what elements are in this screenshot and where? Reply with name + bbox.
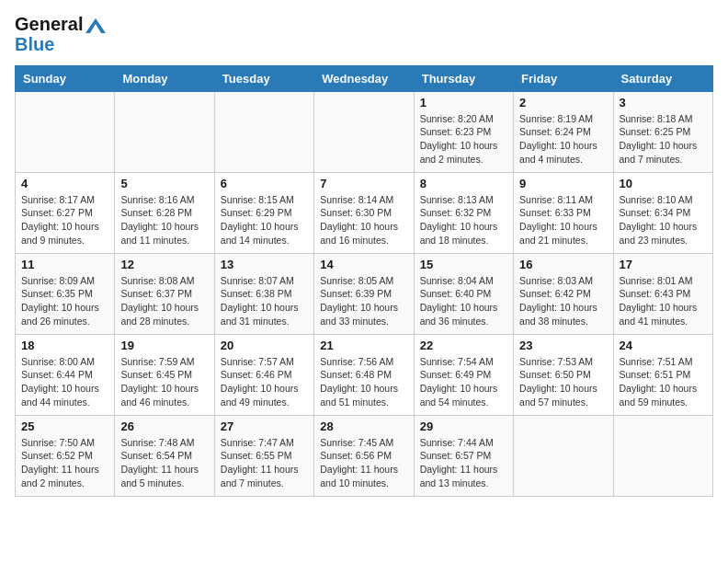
day-number: 24	[620, 339, 707, 352]
calendar-cell	[115, 91, 214, 172]
header-day-monday: Monday	[115, 65, 214, 91]
day-info: Sunrise: 8:04 AMSunset: 6:40 PMDaylight:…	[420, 274, 507, 328]
calendar-cell: 14Sunrise: 8:05 AMSunset: 6:39 PMDayligh…	[314, 253, 414, 334]
calendar-cell: 25Sunrise: 7:50 AMSunset: 6:52 PMDayligh…	[16, 415, 115, 496]
week-row-1: 1Sunrise: 8:20 AMSunset: 6:23 PMDaylight…	[16, 91, 713, 172]
header-row: SundayMondayTuesdayWednesdayThursdayFrid…	[16, 65, 713, 91]
logo: General Blue	[15, 15, 108, 54]
calendar-cell	[314, 91, 414, 172]
day-number: 20	[221, 339, 308, 352]
day-number: 23	[519, 339, 607, 352]
day-number: 22	[420, 339, 507, 352]
day-info: Sunrise: 8:07 AMSunset: 6:38 PMDaylight:…	[221, 274, 308, 328]
calendar-cell: 6Sunrise: 8:15 AMSunset: 6:29 PMDaylight…	[214, 172, 313, 253]
calendar-cell: 29Sunrise: 7:44 AMSunset: 6:57 PMDayligh…	[414, 415, 513, 496]
day-number: 4	[21, 177, 108, 190]
day-number: 2	[519, 96, 607, 109]
day-number: 13	[221, 258, 308, 271]
calendar-cell: 27Sunrise: 7:47 AMSunset: 6:55 PMDayligh…	[214, 415, 313, 496]
day-info: Sunrise: 7:48 AMSunset: 6:54 PMDaylight:…	[120, 436, 208, 490]
day-number: 21	[320, 339, 407, 352]
calendar-cell: 4Sunrise: 8:17 AMSunset: 6:27 PMDaylight…	[16, 172, 115, 253]
day-number: 25	[21, 419, 108, 433]
calendar-cell: 21Sunrise: 7:56 AMSunset: 6:48 PMDayligh…	[314, 334, 414, 415]
calendar-cell	[613, 415, 712, 496]
calendar-cell	[214, 91, 313, 172]
calendar-cell: 16Sunrise: 8:03 AMSunset: 6:42 PMDayligh…	[514, 253, 613, 334]
day-number: 27	[221, 419, 308, 433]
header-day-sunday: Sunday	[16, 65, 115, 91]
logo-text: General	[15, 15, 108, 35]
logo-icon	[84, 17, 108, 35]
calendar-cell: 3Sunrise: 8:18 AMSunset: 6:25 PMDaylight…	[613, 91, 712, 172]
day-info: Sunrise: 8:03 AMSunset: 6:42 PMDaylight:…	[519, 274, 607, 328]
day-info: Sunrise: 7:54 AMSunset: 6:49 PMDaylight:…	[420, 355, 507, 409]
calendar-cell: 1Sunrise: 8:20 AMSunset: 6:23 PMDaylight…	[414, 91, 513, 172]
week-row-5: 25Sunrise: 7:50 AMSunset: 6:52 PMDayligh…	[16, 415, 713, 496]
calendar-cell: 5Sunrise: 8:16 AMSunset: 6:28 PMDaylight…	[115, 172, 214, 253]
day-number: 18	[21, 339, 108, 352]
day-info: Sunrise: 7:50 AMSunset: 6:52 PMDaylight:…	[21, 436, 108, 490]
calendar-cell	[16, 91, 115, 172]
calendar-cell: 28Sunrise: 7:45 AMSunset: 6:56 PMDayligh…	[314, 415, 414, 496]
calendar-table: SundayMondayTuesdayWednesdayThursdayFrid…	[15, 65, 713, 497]
calendar-cell: 20Sunrise: 7:57 AMSunset: 6:46 PMDayligh…	[214, 334, 313, 415]
day-info: Sunrise: 7:53 AMSunset: 6:50 PMDaylight:…	[519, 355, 607, 409]
calendar-cell: 7Sunrise: 8:14 AMSunset: 6:30 PMDaylight…	[314, 172, 414, 253]
calendar-cell: 23Sunrise: 7:53 AMSunset: 6:50 PMDayligh…	[514, 334, 613, 415]
calendar-cell: 15Sunrise: 8:04 AMSunset: 6:40 PMDayligh…	[414, 253, 513, 334]
day-info: Sunrise: 8:20 AMSunset: 6:23 PMDaylight:…	[420, 112, 507, 167]
day-number: 19	[120, 339, 208, 352]
day-info: Sunrise: 8:01 AMSunset: 6:43 PMDaylight:…	[620, 274, 707, 328]
day-info: Sunrise: 7:56 AMSunset: 6:48 PMDaylight:…	[320, 355, 407, 409]
day-number: 5	[120, 177, 208, 190]
day-info: Sunrise: 8:19 AMSunset: 6:24 PMDaylight:…	[519, 112, 607, 167]
day-number: 12	[120, 258, 208, 271]
day-info: Sunrise: 8:05 AMSunset: 6:39 PMDaylight:…	[320, 274, 407, 328]
calendar-cell: 22Sunrise: 7:54 AMSunset: 6:49 PMDayligh…	[414, 334, 513, 415]
calendar-cell: 24Sunrise: 7:51 AMSunset: 6:51 PMDayligh…	[613, 334, 712, 415]
header-day-wednesday: Wednesday	[314, 65, 414, 91]
logo-blue: Blue	[15, 35, 108, 54]
calendar-cell: 13Sunrise: 8:07 AMSunset: 6:38 PMDayligh…	[214, 253, 313, 334]
header-day-thursday: Thursday	[414, 65, 513, 91]
calendar-cell: 26Sunrise: 7:48 AMSunset: 6:54 PMDayligh…	[115, 415, 214, 496]
day-info: Sunrise: 8:17 AMSunset: 6:27 PMDaylight:…	[21, 193, 108, 247]
day-info: Sunrise: 7:45 AMSunset: 6:56 PMDaylight:…	[320, 436, 407, 490]
calendar-cell: 19Sunrise: 7:59 AMSunset: 6:45 PMDayligh…	[115, 334, 214, 415]
day-number: 3	[620, 96, 707, 109]
week-row-2: 4Sunrise: 8:17 AMSunset: 6:27 PMDaylight…	[16, 172, 713, 253]
day-info: Sunrise: 7:44 AMSunset: 6:57 PMDaylight:…	[420, 436, 507, 490]
day-info: Sunrise: 7:47 AMSunset: 6:55 PMDaylight:…	[221, 436, 308, 490]
day-number: 29	[420, 419, 507, 433]
day-info: Sunrise: 8:08 AMSunset: 6:37 PMDaylight:…	[120, 274, 208, 328]
day-info: Sunrise: 8:10 AMSunset: 6:34 PMDaylight:…	[620, 193, 707, 247]
calendar-body: 1Sunrise: 8:20 AMSunset: 6:23 PMDaylight…	[16, 91, 713, 496]
day-info: Sunrise: 8:14 AMSunset: 6:30 PMDaylight:…	[320, 193, 407, 247]
week-row-4: 18Sunrise: 8:00 AMSunset: 6:44 PMDayligh…	[16, 334, 713, 415]
calendar-cell	[514, 415, 613, 496]
day-info: Sunrise: 8:11 AMSunset: 6:33 PMDaylight:…	[519, 193, 607, 247]
header-day-tuesday: Tuesday	[214, 65, 313, 91]
day-info: Sunrise: 8:09 AMSunset: 6:35 PMDaylight:…	[21, 274, 108, 328]
day-info: Sunrise: 8:15 AMSunset: 6:29 PMDaylight:…	[221, 193, 308, 247]
day-info: Sunrise: 8:00 AMSunset: 6:44 PMDaylight:…	[21, 355, 108, 409]
day-info: Sunrise: 7:57 AMSunset: 6:46 PMDaylight:…	[221, 355, 308, 409]
calendar-cell: 18Sunrise: 8:00 AMSunset: 6:44 PMDayligh…	[16, 334, 115, 415]
day-info: Sunrise: 8:18 AMSunset: 6:25 PMDaylight:…	[620, 112, 707, 167]
header-day-saturday: Saturday	[613, 65, 712, 91]
calendar-cell: 2Sunrise: 8:19 AMSunset: 6:24 PMDaylight…	[514, 91, 613, 172]
header-day-friday: Friday	[514, 65, 613, 91]
calendar-cell: 12Sunrise: 8:08 AMSunset: 6:37 PMDayligh…	[115, 253, 214, 334]
day-number: 6	[221, 177, 308, 190]
day-info: Sunrise: 8:16 AMSunset: 6:28 PMDaylight:…	[120, 193, 208, 247]
day-info: Sunrise: 7:51 AMSunset: 6:51 PMDaylight:…	[620, 355, 707, 409]
calendar-cell: 11Sunrise: 8:09 AMSunset: 6:35 PMDayligh…	[16, 253, 115, 334]
calendar-cell: 8Sunrise: 8:13 AMSunset: 6:32 PMDaylight…	[414, 172, 513, 253]
week-row-3: 11Sunrise: 8:09 AMSunset: 6:35 PMDayligh…	[16, 253, 713, 334]
day-number: 10	[620, 177, 707, 190]
day-number: 7	[320, 177, 407, 190]
day-info: Sunrise: 7:59 AMSunset: 6:45 PMDaylight:…	[120, 355, 208, 409]
day-number: 15	[420, 258, 507, 271]
page-header: General Blue	[15, 15, 713, 54]
